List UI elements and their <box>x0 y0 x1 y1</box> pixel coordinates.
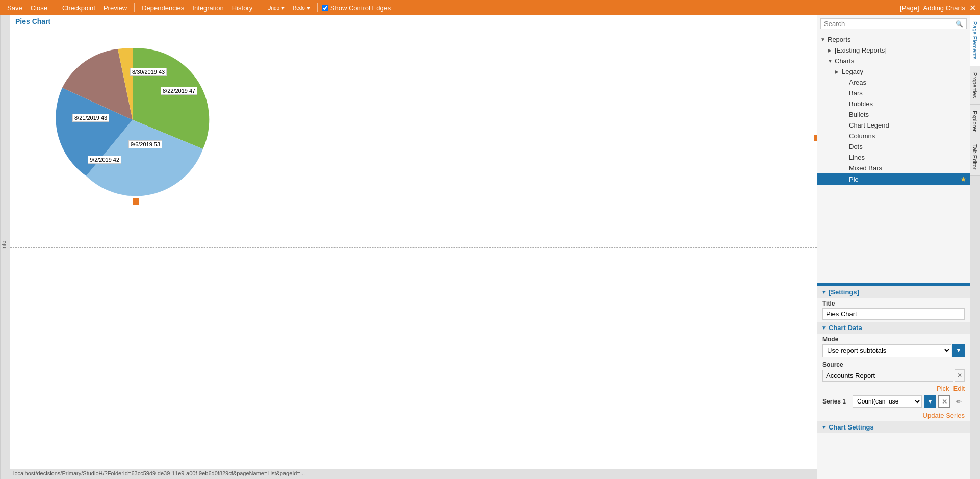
tree-item-mixed-bars[interactable]: Mixed Bars <box>817 163 970 173</box>
vtab-explorer[interactable]: Explorer <box>970 105 980 138</box>
tree-label-reports: Reports <box>828 36 967 43</box>
page-title: Pies Chart <box>15 17 50 26</box>
settings-arrow: ▼ <box>821 289 827 295</box>
pie-label-3: 9/6/2019 53 <box>128 140 162 148</box>
series-x-btn[interactable]: ✕ <box>938 395 950 408</box>
page-title-bar: Pies Chart <box>10 15 817 28</box>
source-input[interactable] <box>822 370 953 382</box>
show-edges-label: Show Control Edges <box>330 4 391 12</box>
tree-label-dots: Dots <box>849 143 967 150</box>
series-label: Series 1 <box>822 398 850 405</box>
vtab-properties[interactable]: Properties <box>970 66 980 105</box>
title-prop-row: Title <box>817 298 970 322</box>
tree-item-bars[interactable]: Bars <box>817 88 970 98</box>
dependencies-button[interactable]: Dependencies <box>139 3 187 13</box>
tree-item-reports[interactable]: ▼ Reports <box>817 34 970 45</box>
chart-settings-header-label: Chart Settings <box>829 423 874 431</box>
toolbar-right: [Page] Adding Charts ✕ <box>900 3 976 13</box>
tree-item-legacy[interactable]: ▶ Legacy <box>817 66 970 77</box>
tree-item-pie[interactable]: Pie ★ <box>817 173 970 185</box>
history-button[interactable]: History <box>229 3 255 13</box>
adding-charts-label: Adding Charts <box>923 4 965 12</box>
canvas-handle-bottom[interactable] <box>133 198 139 205</box>
undo-arrow: ▼ <box>280 5 286 11</box>
settings-section-header[interactable]: ▼ [Settings] <box>817 286 970 298</box>
chart-data-arrow: ▼ <box>821 325 827 331</box>
title-input[interactable] <box>822 308 965 320</box>
update-series-row: Update Series <box>817 410 970 421</box>
canvas-content: 8/30/2019 43 8/22/2019 47 9/6/2019 53 9/… <box>10 28 817 467</box>
tree-arrow-charts: ▼ <box>828 58 835 64</box>
search-box: 🔍 <box>820 18 967 29</box>
pie-label-4-text: 9/2/2019 42 <box>90 157 119 163</box>
vtab-page-elements[interactable]: Page Elements <box>970 15 980 66</box>
update-series-button[interactable]: Update Series <box>923 412 965 419</box>
tree-item-bubbles[interactable]: Bubbles <box>817 98 970 109</box>
tree-label-bullets: Bullets <box>849 111 967 118</box>
right-panel: 🔍 ▼ Reports ▶ [Existing Reports] ▼ Chart… <box>817 15 970 479</box>
chart-data-section-header[interactable]: ▼ Chart Data <box>817 322 970 334</box>
vtab-tab-editor[interactable]: Tab Editor <box>970 138 980 177</box>
source-clear-btn[interactable]: ✕ <box>955 369 965 382</box>
mode-select-row: Use report subtotals ▼ <box>822 344 965 357</box>
canvas-handle-right[interactable] <box>814 135 817 141</box>
tree-arrow-legacy: ▶ <box>835 69 842 74</box>
edit-button[interactable]: Edit <box>953 385 965 392</box>
redo-label: Redo <box>293 5 305 11</box>
tree-label-columns: Columns <box>849 132 967 140</box>
tree-label-lines: Lines <box>849 154 967 161</box>
undo-button[interactable]: Undo ▼ <box>264 4 288 12</box>
redo-button[interactable]: Redo ▼ <box>290 4 313 12</box>
tree-label-bubbles: Bubbles <box>849 100 967 108</box>
series-edit-btn[interactable]: ✏ <box>952 395 965 408</box>
search-input[interactable] <box>824 20 956 28</box>
tree-item-bullets[interactable]: Bullets <box>817 109 970 120</box>
save-button[interactable]: Save <box>4 3 25 13</box>
properties-panel: ▼ [Settings] Title ▼ Chart Data Mode <box>817 285 970 479</box>
tree-label-chart-legend: Chart Legend <box>849 121 967 129</box>
tree-section: 🔍 ▼ Reports ▶ [Existing Reports] ▼ Chart… <box>817 15 970 283</box>
tree-label-charts: Charts <box>835 57 967 65</box>
source-row: ✕ <box>822 369 965 382</box>
source-label: Source <box>822 361 965 368</box>
pie-label-5-text: 8/21/2019 43 <box>74 115 107 121</box>
tree-label-mixed-bars: Mixed Bars <box>849 164 967 172</box>
info-tab[interactable]: Info <box>0 15 10 479</box>
close-button[interactable]: Close <box>28 3 50 13</box>
pick-button[interactable]: Pick <box>937 385 949 392</box>
tree-label-existing-reports: [Existing Reports] <box>835 46 967 54</box>
canvas-right-edge <box>811 135 817 141</box>
pie-label-2: 8/22/2019 47 <box>161 87 197 95</box>
tree-item-areas[interactable]: Areas <box>817 77 970 88</box>
toolbar-separator-1 <box>55 3 55 12</box>
tree-item-chart-legend[interactable]: Chart Legend <box>817 120 970 131</box>
tree-item-charts[interactable]: ▼ Charts <box>817 56 970 66</box>
tree-item-columns[interactable]: Columns <box>817 131 970 141</box>
checkpoint-button[interactable]: Checkpoint <box>59 3 98 13</box>
window-close-button[interactable]: ✕ <box>969 3 976 13</box>
info-tab-label: Info <box>1 240 7 249</box>
tree-item-existing-reports[interactable]: ▶ [Existing Reports] <box>817 45 970 56</box>
series-select[interactable]: Count(can_use_ <box>853 395 922 408</box>
mode-label: Mode <box>822 336 965 343</box>
canvas-area: Pies Chart <box>10 15 817 479</box>
mode-select[interactable]: Use report subtotals <box>822 344 951 357</box>
status-bar: localhost/decisions/Primary/StudioH/?Fol… <box>10 469 817 479</box>
tree-item-lines[interactable]: Lines <box>817 152 970 163</box>
pie-label-2-text: 8/22/2019 47 <box>163 88 195 94</box>
preview-button[interactable]: Preview <box>100 3 130 13</box>
chart-data-header-label: Chart Data <box>829 324 862 332</box>
main-layout: Info Pies Chart <box>0 15 980 479</box>
show-control-edges-toggle[interactable]: Show Control Edges <box>322 4 391 12</box>
chart-settings-section-header[interactable]: ▼ Chart Settings <box>817 421 970 433</box>
mode-dropdown-btn[interactable]: ▼ <box>952 344 965 357</box>
title-label: Title <box>822 300 965 307</box>
tree-item-dots[interactable]: Dots <box>817 141 970 152</box>
pie-chart-container[interactable]: 8/30/2019 43 8/22/2019 47 9/6/2019 53 9/… <box>51 38 214 201</box>
vertical-tabs: Page Elements Properties Explorer Tab Ed… <box>970 15 980 479</box>
show-edges-checkbox[interactable] <box>322 5 328 11</box>
pie-label-1-text: 8/30/2019 43 <box>132 69 165 75</box>
page-label: [Page] <box>900 4 919 12</box>
integration-button[interactable]: Integration <box>189 3 226 13</box>
series-dropdown-btn[interactable]: ▼ <box>924 395 936 408</box>
